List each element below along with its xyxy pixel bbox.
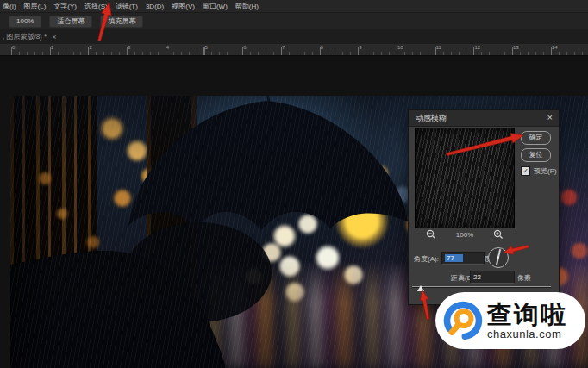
preview-checkbox[interactable]: ✓ xyxy=(521,166,530,176)
distance-slider-thumb[interactable] xyxy=(417,285,424,291)
menu-item-3d[interactable]: 3D(D) xyxy=(146,3,164,10)
menu-item-image[interactable]: 像(I) xyxy=(3,2,16,11)
distance-value: 22 xyxy=(473,273,481,281)
ruler-number: 8 xyxy=(321,45,323,50)
ruler-number: 5 xyxy=(205,45,208,50)
dialog-title: 动感模糊 xyxy=(416,113,447,124)
menu-item-layer[interactable]: 图层(L) xyxy=(24,2,47,11)
preview-zoom-controls: 100% xyxy=(426,229,504,240)
ruler-number: 3 xyxy=(128,45,130,50)
menu-item-filter[interactable]: 滤镜(T) xyxy=(116,2,138,11)
ruler-number: 14 xyxy=(552,45,558,50)
angle-dial-center xyxy=(497,256,499,259)
ok-button[interactable]: 确定 xyxy=(521,131,551,145)
fit-screen-button[interactable]: 适合屏幕 xyxy=(49,16,92,28)
watermark-logo-icon xyxy=(442,300,484,341)
horizontal-ruler: 0123456789101112131415 xyxy=(0,44,588,56)
angle-value: 77 xyxy=(445,254,463,262)
ruler-number: 9 xyxy=(359,45,361,50)
ruler-number: 11 xyxy=(436,45,441,50)
preview-zoom-level: 100% xyxy=(456,231,473,239)
ruler-number: 12 xyxy=(474,45,480,50)
menu-item-view[interactable]: 视图(V) xyxy=(172,2,195,11)
ruler-number: 10 xyxy=(397,45,403,50)
ruler-number: 1 xyxy=(51,45,53,50)
menu-bar: 像(I) 图层(L) 文字(Y) 选择(S) 滤镜(T) 3D(D) 视图(V)… xyxy=(0,0,588,12)
angle-dial[interactable] xyxy=(488,247,509,268)
ruler-number: 4 xyxy=(166,45,169,50)
dialog-title-bar[interactable]: 动感模糊 × xyxy=(409,110,559,127)
watermark-domain: chaxunla.com xyxy=(487,328,567,340)
menu-item-window[interactable]: 窗口(W) xyxy=(203,2,228,11)
ruler-number: 7 xyxy=(282,45,285,50)
watermark-brand: 查询啦 xyxy=(487,303,567,327)
options-bar: 100% 适合屏幕 填充屏幕 xyxy=(0,12,588,30)
ruler-number: 0 xyxy=(12,45,15,50)
angle-label: 角度(A): xyxy=(414,254,439,264)
blur-preview-thumbnail[interactable] xyxy=(415,128,515,228)
watermark: 查询啦 chaxunla.com xyxy=(435,292,585,349)
menu-item-help[interactable]: 帮助(H) xyxy=(235,2,259,11)
reset-button[interactable]: 复位 xyxy=(521,148,551,162)
document-tab-bar: , 图层蒙版/8) * × xyxy=(0,29,588,44)
menu-item-type[interactable]: 文字(Y) xyxy=(53,2,77,11)
distance-slider-track[interactable] xyxy=(412,286,551,287)
motion-blur-dialog: 动感模糊 × 确定 复位 ✓ 预览(P) 100% 角度(A): xyxy=(408,109,560,305)
ruler-number: 6 xyxy=(243,45,246,50)
photoshop-window: 像(I) 图层(L) 文字(Y) 选择(S) 滤镜(T) 3D(D) 视图(V)… xyxy=(0,0,588,368)
ruler-number: 2 xyxy=(89,45,91,50)
preview-label: 预览(P) xyxy=(534,166,557,176)
zoom-100-button[interactable]: 100% xyxy=(9,16,41,28)
ruler-major-ticks xyxy=(11,47,588,55)
distance-input[interactable]: 22 xyxy=(470,271,515,284)
zoom-in-icon[interactable] xyxy=(493,229,504,240)
fill-screen-button[interactable]: 填充屏幕 xyxy=(100,16,143,28)
close-icon[interactable]: × xyxy=(547,112,553,122)
distance-unit-label: 像素 xyxy=(517,273,531,283)
ruler-number: 13 xyxy=(513,45,519,50)
preview-checkbox-row[interactable]: ✓ 预览(P) xyxy=(521,166,557,176)
angle-input[interactable]: 77 xyxy=(441,252,485,265)
zoom-out-icon[interactable] xyxy=(426,229,436,240)
menu-item-select[interactable]: 选择(S) xyxy=(84,2,108,11)
document-tab[interactable]: , 图层蒙版/8) * xyxy=(3,32,47,41)
tab-close-icon[interactable]: × xyxy=(52,33,56,41)
